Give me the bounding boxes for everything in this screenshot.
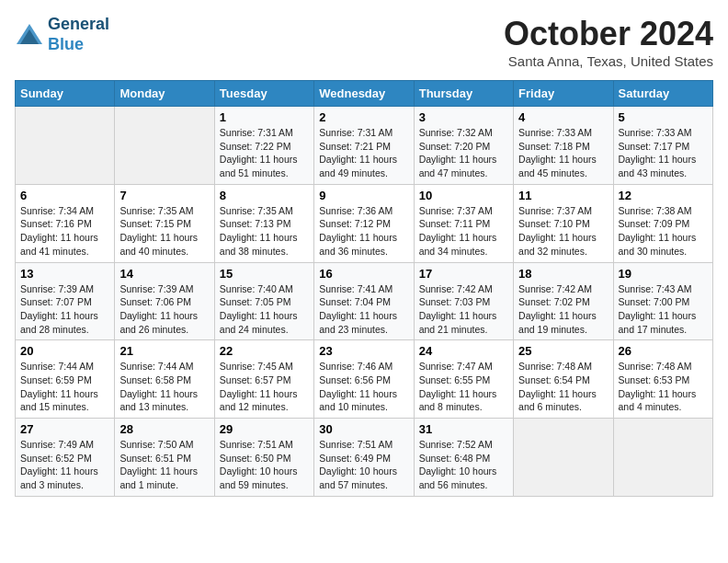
calendar-cell: 1Sunrise: 7:31 AMSunset: 7:22 PMDaylight… (214, 107, 313, 185)
calendar-cell: 8Sunrise: 7:35 AMSunset: 7:13 PMDaylight… (214, 184, 313, 262)
day-number: 23 (319, 344, 408, 358)
calendar-cell: 15Sunrise: 7:40 AMSunset: 7:05 PMDayligh… (214, 262, 313, 340)
day-number: 16 (319, 267, 408, 281)
day-number: 19 (619, 267, 708, 281)
day-number: 14 (119, 267, 209, 281)
day-number: 22 (220, 344, 309, 358)
calendar-header: SundayMondayTuesdayWednesdayThursdayFrid… (16, 81, 713, 107)
day-number: 5 (619, 110, 708, 124)
day-info: Sunrise: 7:39 AMSunset: 7:07 PMDaylight:… (20, 282, 109, 337)
day-number: 31 (419, 422, 508, 436)
calendar-cell: 3Sunrise: 7:32 AMSunset: 7:20 PMDaylight… (414, 107, 513, 185)
day-number: 30 (319, 422, 408, 436)
day-info: Sunrise: 7:44 AMSunset: 6:59 PMDaylight:… (20, 360, 109, 414)
day-info: Sunrise: 7:41 AMSunset: 7:04 PMDaylight:… (319, 282, 408, 337)
calendar-cell: 31Sunrise: 7:52 AMSunset: 6:48 PMDayligh… (414, 419, 513, 497)
day-number: 1 (220, 110, 309, 124)
calendar-cell: 27Sunrise: 7:49 AMSunset: 6:52 PMDayligh… (16, 419, 115, 497)
day-number: 4 (518, 110, 608, 124)
day-info: Sunrise: 7:52 AMSunset: 6:48 PMDaylight:… (419, 438, 508, 492)
day-info: Sunrise: 7:36 AMSunset: 7:12 PMDaylight:… (319, 204, 408, 259)
day-number: 2 (319, 110, 408, 124)
calendar-cell: 30Sunrise: 7:51 AMSunset: 6:49 PMDayligh… (314, 419, 414, 497)
day-number: 28 (119, 422, 209, 436)
day-number: 29 (220, 422, 309, 436)
calendar-week-row: 13Sunrise: 7:39 AMSunset: 7:07 PMDayligh… (16, 262, 713, 340)
calendar-cell: 22Sunrise: 7:45 AMSunset: 6:57 PMDayligh… (214, 340, 313, 419)
day-number: 12 (619, 189, 708, 202)
month-title: October 2024 (504, 15, 713, 53)
day-info: Sunrise: 7:49 AMSunset: 6:52 PMDaylight:… (20, 438, 109, 492)
weekday-header: Tuesday (214, 81, 313, 107)
day-number: 9 (319, 189, 408, 202)
day-number: 24 (419, 344, 508, 358)
calendar-week-row: 27Sunrise: 7:49 AMSunset: 6:52 PMDayligh… (16, 419, 713, 497)
day-info: Sunrise: 7:35 AMSunset: 7:15 PMDaylight:… (119, 204, 209, 259)
weekday-header: Wednesday (314, 81, 414, 107)
calendar-cell: 2Sunrise: 7:31 AMSunset: 7:21 PMDaylight… (314, 107, 414, 185)
day-info: Sunrise: 7:45 AMSunset: 6:57 PMDaylight:… (220, 360, 309, 414)
weekday-header: Monday (115, 81, 214, 107)
calendar-cell: 23Sunrise: 7:46 AMSunset: 6:56 PMDayligh… (314, 340, 414, 419)
weekday-header: Thursday (414, 81, 513, 107)
calendar-cell: 17Sunrise: 7:42 AMSunset: 7:03 PMDayligh… (414, 262, 513, 340)
day-info: Sunrise: 7:48 AMSunset: 6:54 PMDaylight:… (518, 360, 608, 414)
day-info: Sunrise: 7:33 AMSunset: 7:17 PMDaylight:… (619, 126, 708, 180)
calendar-cell: 6Sunrise: 7:34 AMSunset: 7:16 PMDaylight… (16, 184, 115, 262)
calendar-cell: 13Sunrise: 7:39 AMSunset: 7:07 PMDayligh… (16, 262, 115, 340)
calendar-cell: 21Sunrise: 7:44 AMSunset: 6:58 PMDayligh… (115, 340, 214, 419)
day-number: 6 (20, 189, 109, 202)
day-info: Sunrise: 7:33 AMSunset: 7:18 PMDaylight:… (518, 126, 608, 180)
calendar-cell: 20Sunrise: 7:44 AMSunset: 6:59 PMDayligh… (16, 340, 115, 419)
logo-text: General Blue (48, 15, 109, 54)
calendar-cell: 4Sunrise: 7:33 AMSunset: 7:18 PMDaylight… (514, 107, 613, 185)
day-number: 20 (20, 344, 109, 358)
day-number: 10 (419, 189, 508, 202)
day-number: 15 (220, 267, 309, 281)
calendar-cell: 7Sunrise: 7:35 AMSunset: 7:15 PMDaylight… (115, 184, 214, 262)
title-block: October 2024 Santa Anna, Texas, United S… (504, 15, 713, 69)
day-info: Sunrise: 7:50 AMSunset: 6:51 PMDaylight:… (119, 438, 209, 492)
day-info: Sunrise: 7:38 AMSunset: 7:09 PMDaylight:… (619, 204, 708, 259)
day-number: 21 (119, 344, 209, 358)
day-info: Sunrise: 7:46 AMSunset: 6:56 PMDaylight:… (319, 360, 408, 414)
day-info: Sunrise: 7:48 AMSunset: 6:53 PMDaylight:… (619, 360, 708, 414)
day-number: 8 (220, 189, 309, 202)
day-info: Sunrise: 7:40 AMSunset: 7:05 PMDaylight:… (220, 282, 309, 337)
day-number: 17 (419, 267, 508, 281)
calendar-cell: 28Sunrise: 7:50 AMSunset: 6:51 PMDayligh… (115, 419, 214, 497)
calendar-week-row: 20Sunrise: 7:44 AMSunset: 6:59 PMDayligh… (16, 340, 713, 419)
weekday-header: Sunday (16, 81, 115, 107)
day-info: Sunrise: 7:39 AMSunset: 7:06 PMDaylight:… (119, 282, 209, 337)
day-number: 3 (419, 110, 508, 124)
day-info: Sunrise: 7:32 AMSunset: 7:20 PMDaylight:… (419, 126, 508, 180)
day-number: 11 (518, 189, 608, 202)
calendar-cell: 10Sunrise: 7:37 AMSunset: 7:11 PMDayligh… (414, 184, 513, 262)
day-number: 7 (119, 189, 209, 202)
calendar-cell: 11Sunrise: 7:37 AMSunset: 7:10 PMDayligh… (514, 184, 613, 262)
calendar-body: 1Sunrise: 7:31 AMSunset: 7:22 PMDaylight… (16, 107, 713, 497)
weekday-row: SundayMondayTuesdayWednesdayThursdayFrid… (16, 81, 713, 107)
day-number: 27 (20, 422, 109, 436)
day-info: Sunrise: 7:42 AMSunset: 7:02 PMDaylight:… (518, 282, 608, 337)
calendar-cell: 26Sunrise: 7:48 AMSunset: 6:53 PMDayligh… (613, 340, 712, 419)
day-info: Sunrise: 7:44 AMSunset: 6:58 PMDaylight:… (119, 360, 209, 414)
day-info: Sunrise: 7:43 AMSunset: 7:00 PMDaylight:… (619, 282, 708, 337)
day-info: Sunrise: 7:31 AMSunset: 7:22 PMDaylight:… (220, 126, 309, 180)
calendar-cell: 14Sunrise: 7:39 AMSunset: 7:06 PMDayligh… (115, 262, 214, 340)
calendar-cell: 19Sunrise: 7:43 AMSunset: 7:00 PMDayligh… (613, 262, 712, 340)
calendar-cell: 18Sunrise: 7:42 AMSunset: 7:02 PMDayligh… (514, 262, 613, 340)
day-info: Sunrise: 7:35 AMSunset: 7:13 PMDaylight:… (220, 204, 309, 259)
calendar-cell: 9Sunrise: 7:36 AMSunset: 7:12 PMDaylight… (314, 184, 414, 262)
day-info: Sunrise: 7:42 AMSunset: 7:03 PMDaylight:… (419, 282, 508, 337)
day-info: Sunrise: 7:37 AMSunset: 7:11 PMDaylight:… (419, 204, 508, 259)
day-info: Sunrise: 7:51 AMSunset: 6:50 PMDaylight:… (220, 438, 309, 492)
day-info: Sunrise: 7:51 AMSunset: 6:49 PMDaylight:… (319, 438, 408, 492)
logo-icon (15, 22, 44, 48)
calendar-cell (514, 419, 613, 497)
calendar-week-row: 1Sunrise: 7:31 AMSunset: 7:22 PMDaylight… (16, 107, 713, 185)
calendar-week-row: 6Sunrise: 7:34 AMSunset: 7:16 PMDaylight… (16, 184, 713, 262)
day-number: 13 (20, 267, 109, 281)
page-header: General Blue October 2024 Santa Anna, Te… (15, 15, 713, 69)
day-info: Sunrise: 7:31 AMSunset: 7:21 PMDaylight:… (319, 126, 408, 180)
